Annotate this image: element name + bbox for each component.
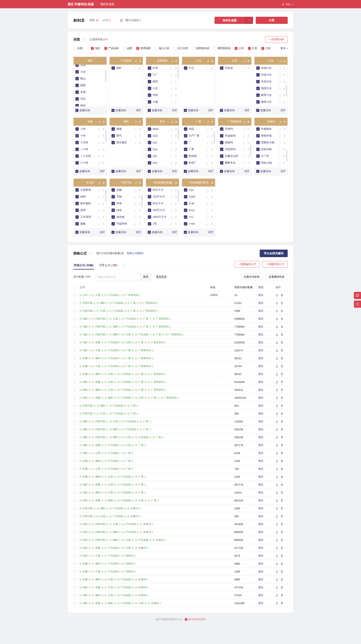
word-item-checkbox[interactable] bbox=[220, 127, 223, 131]
row-preview-link[interactable]: 预览 bbox=[258, 294, 263, 296]
batch-add-button[interactable]: 批量添加 bbox=[76, 230, 90, 234]
row-checkbox[interactable] bbox=[73, 468, 76, 470]
row-preview-link[interactable]: 预览 bbox=[258, 602, 263, 604]
trash-icon[interactable] bbox=[283, 120, 286, 123]
edit-icon[interactable] bbox=[134, 196, 137, 198]
batch-add-button[interactable]: 批量添加 bbox=[256, 109, 271, 112]
category-filter[interactable]: 压力分类 bbox=[174, 47, 188, 50]
batch-add-button[interactable]: 批量添加 bbox=[76, 170, 90, 173]
word-item-checkbox[interactable] bbox=[148, 202, 151, 205]
edit-icon[interactable] bbox=[134, 223, 137, 225]
edit-icon[interactable] bbox=[276, 578, 278, 581]
filter-checkbox[interactable] bbox=[155, 47, 158, 50]
trash-icon[interactable] bbox=[280, 436, 283, 438]
row-checkbox[interactable] bbox=[73, 302, 76, 304]
batch-add-button[interactable]: 批量添加 bbox=[112, 230, 126, 234]
row-preview-link[interactable]: 预览 bbox=[258, 483, 263, 486]
word-item-checkbox[interactable] bbox=[112, 134, 115, 138]
clear-button[interactable]: 清空 bbox=[136, 230, 141, 234]
trash-icon[interactable] bbox=[175, 202, 177, 205]
trash-icon[interactable] bbox=[283, 101, 286, 103]
word-item-checkbox[interactable] bbox=[76, 77, 79, 80]
trash-icon[interactable] bbox=[280, 562, 283, 565]
batch-add-button[interactable]: 批量添加 bbox=[148, 230, 162, 234]
clear-button[interactable]: 清空 bbox=[208, 109, 213, 112]
trash-icon[interactable] bbox=[211, 142, 213, 144]
row-preview-link[interactable]: 预览 bbox=[258, 507, 263, 510]
edit-icon[interactable] bbox=[134, 67, 137, 70]
category-filter[interactable]: 使用场景 bbox=[136, 47, 151, 50]
row-preview-link[interactable]: 预览 bbox=[258, 460, 263, 462]
word-item-checkbox[interactable] bbox=[148, 141, 151, 144]
trash-icon[interactable] bbox=[175, 182, 177, 184]
edit-icon[interactable] bbox=[243, 67, 245, 70]
edit-icon[interactable] bbox=[243, 162, 245, 164]
panel-scrollbar[interactable] bbox=[178, 128, 178, 139]
batch-add-formula-button[interactable]: + 批量添加公式 bbox=[262, 261, 288, 268]
row-preview-link[interactable]: 预览 bbox=[258, 436, 263, 438]
edit-icon[interactable] bbox=[206, 142, 209, 144]
category-filter[interactable]: 地区 bbox=[91, 47, 100, 50]
edit-icon[interactable] bbox=[207, 120, 210, 123]
word-item-checkbox[interactable] bbox=[184, 222, 187, 226]
category-filter[interactable]: 公司 bbox=[235, 47, 244, 50]
trash-icon[interactable] bbox=[283, 87, 286, 90]
row-checkbox[interactable] bbox=[73, 404, 76, 407]
clear-button[interactable]: 清空 bbox=[280, 170, 286, 173]
word-item-checkbox[interactable] bbox=[256, 154, 260, 158]
trash-icon[interactable] bbox=[175, 60, 177, 62]
row-checkbox[interactable] bbox=[73, 530, 76, 534]
edit-icon[interactable] bbox=[170, 101, 173, 103]
row-checkbox[interactable] bbox=[73, 507, 76, 510]
edit-icon[interactable] bbox=[135, 182, 137, 184]
edit-icon[interactable] bbox=[279, 101, 281, 103]
batch-add-tag-button[interactable]: 批量添加标签 bbox=[241, 274, 263, 280]
edit-icon[interactable] bbox=[276, 444, 278, 446]
row-checkbox[interactable] bbox=[73, 499, 76, 502]
trash-icon[interactable] bbox=[175, 128, 177, 130]
edit-icon[interactable] bbox=[276, 396, 278, 399]
edit-icon[interactable] bbox=[276, 349, 278, 352]
trash-icon[interactable] bbox=[211, 202, 213, 205]
panel-scrollbar[interactable] bbox=[250, 144, 251, 156]
row-checkbox[interactable] bbox=[73, 515, 76, 518]
edit-icon[interactable] bbox=[276, 428, 278, 431]
edit-icon[interactable] bbox=[170, 189, 173, 191]
trash-icon[interactable] bbox=[280, 396, 283, 399]
edit-icon[interactable] bbox=[170, 67, 173, 70]
edit-icon[interactable] bbox=[134, 189, 137, 191]
word-item-checkbox[interactable] bbox=[256, 73, 260, 76]
trash-icon[interactable] bbox=[280, 460, 283, 462]
word-item-checkbox[interactable] bbox=[76, 215, 79, 219]
trash-icon[interactable] bbox=[211, 120, 214, 123]
row-preview-link[interactable]: 预览 bbox=[258, 302, 263, 304]
edit-icon[interactable] bbox=[170, 74, 173, 76]
edit-icon[interactable] bbox=[207, 60, 210, 62]
edit-icon[interactable] bbox=[206, 67, 209, 70]
edit-icon[interactable] bbox=[98, 196, 100, 198]
save-generator-button[interactable]: 保存生成器 bbox=[214, 17, 253, 24]
word-item-checkbox[interactable] bbox=[76, 97, 79, 100]
batch-delete-tag-button[interactable]: 批量删除标签 bbox=[266, 274, 288, 280]
batch-add-button[interactable]: 批量添加 bbox=[220, 170, 235, 173]
word-item-checkbox[interactable] bbox=[148, 188, 151, 192]
trash-icon[interactable] bbox=[283, 162, 286, 164]
filter-checkbox[interactable] bbox=[91, 47, 94, 50]
trash-icon[interactable] bbox=[139, 120, 141, 123]
word-item-checkbox[interactable] bbox=[76, 84, 79, 87]
category-filter[interactable]: 输入介质 bbox=[155, 47, 170, 50]
row-preview-link[interactable]: 预览 bbox=[258, 570, 263, 573]
row-checkbox[interactable] bbox=[73, 428, 76, 431]
trash-icon[interactable] bbox=[175, 94, 177, 96]
trash-icon[interactable] bbox=[280, 318, 283, 320]
trash-icon[interactable] bbox=[280, 310, 283, 312]
word-item-checkbox[interactable] bbox=[184, 195, 187, 198]
edit-icon[interactable] bbox=[276, 302, 278, 304]
edit-icon[interactable] bbox=[243, 155, 245, 158]
word-item-checkbox[interactable] bbox=[148, 154, 151, 158]
trash-icon[interactable] bbox=[280, 365, 283, 368]
edit-icon[interactable] bbox=[170, 209, 173, 212]
row-checkbox[interactable] bbox=[73, 562, 76, 565]
trash-icon[interactable] bbox=[138, 189, 141, 191]
edit-icon[interactable] bbox=[276, 365, 278, 368]
